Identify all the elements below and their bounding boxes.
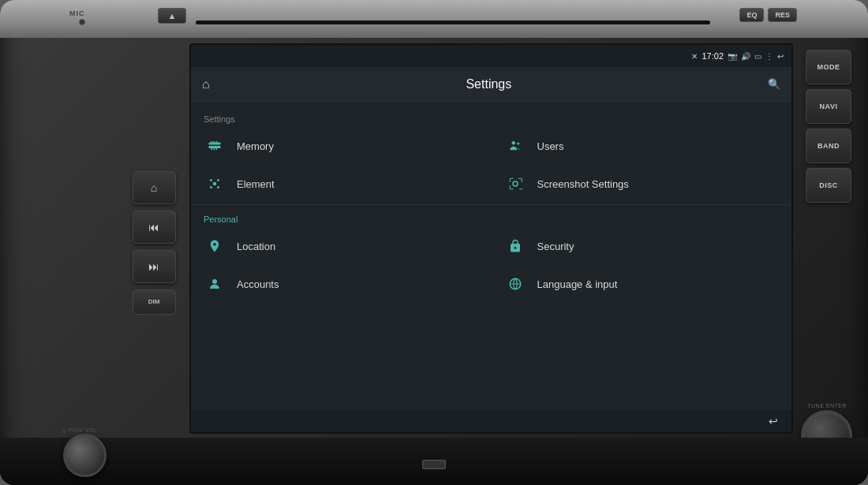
android-nav-bar: ↩ [191,410,791,432]
pow-vol-label: ◎ POW VOL [62,427,97,434]
status-icons: ✕ 17:02 📷 🔊 ▭ ⋮ ↩ [691,51,784,61]
security-setting-item[interactable]: Security [492,227,792,265]
memory-icon [204,135,226,157]
tune-enter-label: TUNE ENTER [807,403,847,409]
bottom-panel: ◎ POW VOL [0,438,868,485]
left-control-buttons: ⌂ ⏮ ⏭ DIM [126,71,181,414]
no-signal-icon: ✕ [691,52,698,61]
svg-point-8 [213,182,217,186]
section-divider [191,204,791,205]
location-icon [204,235,226,257]
security-label: Security [537,241,574,252]
band-button[interactable]: BAND [806,129,851,163]
search-button[interactable]: 🔍 [768,78,780,90]
language-icon [504,273,526,295]
res-button[interactable]: RES [768,8,797,22]
app-bar: ⌂ Settings 🔍 [191,67,791,102]
svg-rect-7 [216,148,218,150]
dim-button[interactable]: DIM [133,289,176,315]
svg-point-12 [217,186,219,188]
users-setting-item[interactable]: Users [492,127,792,165]
language-setting-item[interactable]: Language & input [492,265,792,303]
svg-point-11 [210,186,212,188]
personal-settings-grid: Location Accounts [191,227,791,303]
eject-button[interactable]: ▲ [158,8,186,24]
location-label: Location [237,241,275,252]
navi-button[interactable]: NAVI [806,89,851,124]
volume-knob[interactable] [63,434,107,477]
users-icon [504,135,526,157]
memory-setting-item[interactable]: Memory [191,127,492,165]
language-label: Language & input [537,278,618,290]
usb-port [422,460,446,469]
mode-button[interactable]: MODE [806,50,851,84]
svg-rect-6 [214,148,215,150]
accounts-label: Accounts [237,278,279,290]
screenshot-icon [504,173,526,195]
eq-button[interactable]: EQ [739,8,764,22]
personal-section-header: Personal [191,207,791,227]
right-control-buttons: MODE NAVI BAND DISC [801,38,856,438]
display-icon: ▭ [754,52,761,61]
top-strip: MIC ▲ EQ RES [0,0,868,38]
svg-rect-5 [211,148,213,150]
back-arrow-icon[interactable]: ↩ [777,52,784,61]
settings-grid: Memory Elemen [191,127,791,203]
element-setting-item[interactable]: Element [191,165,492,203]
svg-rect-4 [216,141,218,143]
security-icon [504,235,526,257]
accounts-setting-item[interactable]: Accounts [191,265,492,303]
disc-button[interactable]: DISC [806,168,851,203]
accounts-icon [204,273,226,295]
svg-rect-1 [209,146,221,148]
element-label: Element [237,178,275,190]
android-back-button[interactable]: ↩ [765,412,782,430]
svg-point-14 [517,143,519,145]
screenshot-setting-item[interactable]: Screenshot Settings [492,165,792,203]
screen-title: Settings [219,77,758,91]
home-nav-button[interactable]: ⌂ [133,171,176,204]
element-icon [204,173,226,195]
svg-rect-3 [214,141,215,143]
mic-hole [79,19,85,25]
status-time: 17:02 [702,51,724,61]
main-screen: ✕ 17:02 📷 🔊 ▭ ⋮ ↩ ⌂ Settings 🔍 Settings [189,43,793,434]
rewind-button[interactable]: ⏮ [133,211,176,244]
users-label: Users [537,140,564,152]
camera-icon: 📷 [728,52,737,61]
svg-point-16 [212,279,217,284]
right-settings-column-top: Users Screenshot Settings [492,127,792,203]
status-bar: ✕ 17:02 📷 🔊 ▭ ⋮ ↩ [191,45,791,67]
top-right-buttons: EQ RES [739,8,797,22]
car-stereo-unit: MIC ▲ EQ RES ⌂ ⏮ ⏭ DIM MODE NAVI BAND DI… [0,0,868,485]
settings-content: Settings [191,102,791,432]
cd-slot [196,21,710,24]
svg-point-15 [513,181,518,186]
screenshot-label: Screenshot Settings [537,178,629,190]
svg-point-9 [210,179,212,181]
left-settings-column: Memory Elemen [191,127,492,203]
svg-rect-2 [211,141,213,143]
location-setting-item[interactable]: Location [191,227,492,265]
svg-point-13 [511,141,515,145]
right-personal-column: Security Language & input [492,227,792,303]
more-icon[interactable]: ⋮ [765,52,773,61]
fast-forward-button[interactable]: ⏭ [133,250,176,283]
memory-label: Memory [237,140,274,152]
mic-label: MIC [69,9,85,17]
left-personal-column: Location Accounts [191,227,492,303]
home-icon[interactable]: ⌂ [202,77,210,91]
device-section-header: Settings [191,108,791,127]
svg-point-10 [217,179,219,181]
volume-icon: 🔊 [741,52,750,61]
